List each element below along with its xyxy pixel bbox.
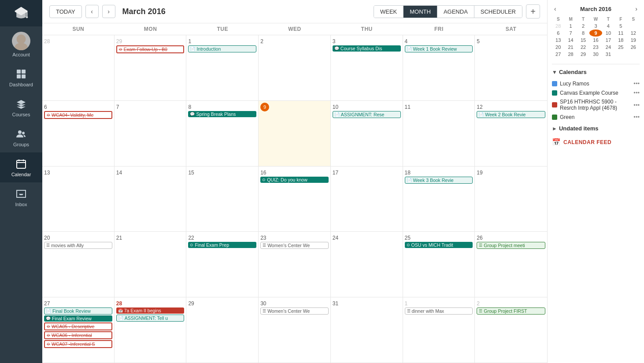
sidebar-item-dashboard[interactable]: Dashboard	[0, 63, 42, 93]
day-cell[interactable]: 10 📄ASSIGNMENT: Rese	[331, 101, 403, 166]
day-cell[interactable]: 25 ⊙OSU vs MICH Tradit	[403, 232, 475, 297]
mini-day[interactable]: 5	[614, 22, 627, 30]
day-cell[interactable]: 1 📄Introduction	[186, 35, 259, 100]
mini-day[interactable]: 13	[552, 37, 564, 44]
mini-day[interactable]	[627, 22, 640, 30]
day-cell[interactable]: 28	[42, 35, 115, 100]
mini-day[interactable]: 19	[627, 37, 640, 44]
mini-day[interactable]: 12	[627, 30, 640, 37]
mini-day[interactable]	[602, 58, 614, 59]
event-item[interactable]: ☰Women's Center We	[260, 307, 329, 315]
day-cell[interactable]: 21	[115, 232, 187, 297]
day-cell[interactable]: 19	[475, 167, 547, 232]
mini-day-today[interactable]: 9	[589, 30, 602, 37]
day-cell[interactable]: 29 ⊙Exam Follow-Up - B0	[115, 35, 187, 100]
next-button[interactable]: ›	[102, 5, 115, 18]
mini-day[interactable]	[552, 58, 564, 59]
event-item[interactable]: ☰Women's Center We	[260, 242, 329, 249]
mini-day[interactable]	[564, 58, 577, 59]
day-cell[interactable]: 16 ⊙QUIZ: Do you know	[259, 167, 331, 232]
mini-day[interactable]: 28	[564, 51, 577, 58]
mini-day[interactable]: 28	[552, 22, 564, 30]
mini-day[interactable]	[614, 58, 627, 59]
day-cell[interactable]: 6 ⊙WCA04- Validity, Me	[42, 101, 115, 166]
day-cell[interactable]: 18 📄Week 3 Book Revie	[403, 167, 475, 232]
prev-button[interactable]: ‹	[85, 5, 99, 18]
day-cell[interactable]: 2	[259, 35, 331, 100]
day-cell[interactable]: 31	[331, 297, 403, 363]
day-cell[interactable]: 28 📅7a Exam II begins 📄ASSIGNMENT: Tell …	[115, 297, 187, 363]
event-item[interactable]: ⊙QUIZ: Do you know	[260, 177, 329, 183]
sidebar-item-groups[interactable]: Groups	[0, 122, 42, 152]
mini-day[interactable]	[589, 58, 602, 59]
event-item[interactable]: ⊙WCA06 - Inferential	[44, 331, 112, 339]
day-cell-today[interactable]: 9	[259, 101, 331, 166]
event-item[interactable]: ⊙Exam Follow-Up - B0	[116, 45, 185, 53]
mini-day[interactable]: 8	[577, 30, 589, 37]
calendar-menu-button[interactable]: •••	[633, 80, 640, 87]
mini-day[interactable]: 22	[577, 44, 589, 51]
event-item[interactable]: ⊙Final Exam Prep	[188, 242, 256, 248]
mini-day[interactable]: 31	[602, 51, 614, 58]
day-cell[interactable]: 5	[475, 35, 547, 100]
day-cell[interactable]: 20 ☰movies with Ally	[42, 232, 115, 297]
event-item[interactable]: 📄Week 1 Book Review	[405, 45, 473, 52]
day-cell[interactable]: 1 ☰dinner with Max	[403, 297, 475, 363]
calendar-feed-link[interactable]: 📅 CALENDAR FEED	[552, 138, 640, 146]
add-event-button[interactable]: +	[526, 4, 540, 19]
event-item[interactable]: 📄Week 3 Book Revie	[405, 177, 473, 184]
day-cell[interactable]: 13	[42, 167, 115, 232]
day-cell[interactable]: 27 📄Final Book Review 💬Final Exam Review…	[42, 297, 115, 363]
day-cell[interactable]: 4 📄Week 1 Book Review	[403, 35, 475, 100]
event-item[interactable]: ⊙OSU vs MICH Tradit	[405, 242, 473, 248]
event-item[interactable]: ⊙WCA04- Validity, Me	[44, 111, 112, 119]
mini-day[interactable]: 6	[552, 30, 564, 37]
mini-day[interactable]: 17	[602, 37, 614, 44]
mini-day[interactable]: 18	[614, 37, 627, 44]
mini-day[interactable]: 15	[577, 37, 589, 44]
mini-day[interactable]	[627, 58, 640, 59]
day-cell[interactable]: 23 ☰Women's Center We	[259, 232, 331, 297]
event-item[interactable]: 📅7a Exam II begins	[116, 307, 185, 314]
mini-day[interactable]: 23	[589, 44, 602, 51]
mini-day[interactable]: 29	[577, 51, 589, 58]
mini-day[interactable]: 30	[589, 51, 602, 58]
day-cell[interactable]: 15	[186, 167, 259, 232]
day-cell[interactable]: 17	[331, 167, 403, 232]
calendar-menu-button[interactable]: •••	[633, 102, 640, 108]
mini-day[interactable]: 1	[564, 22, 577, 30]
sidebar-item-inbox[interactable]: Inbox	[0, 182, 42, 212]
day-cell[interactable]: 30 ☰Women's Center We	[259, 297, 331, 363]
sidebar-item-account[interactable]: Account	[0, 26, 42, 63]
mini-day[interactable]: 25	[614, 44, 627, 51]
today-button[interactable]: TODAY	[49, 5, 82, 18]
calendar-menu-button[interactable]: •••	[633, 89, 640, 96]
day-cell[interactable]: 8 💬Spring Break Plans	[186, 101, 259, 166]
view-week[interactable]: WEEK	[374, 6, 403, 18]
mini-day[interactable]: 10	[602, 30, 614, 37]
calendar-menu-button[interactable]: •••	[633, 114, 640, 120]
day-cell[interactable]: 3 💬Course Syllabus Dis	[331, 35, 403, 100]
event-item[interactable]: 💬Final Exam Review	[44, 315, 112, 322]
event-item[interactable]: 📄Week 2 Book Revie	[477, 111, 545, 118]
mini-day[interactable]: 11	[614, 30, 627, 37]
event-item[interactable]: ☰movies with Ally	[44, 242, 112, 249]
mini-next-button[interactable]: ›	[633, 4, 640, 13]
mini-day[interactable]: 14	[564, 37, 577, 44]
event-item[interactable]: ⊙WCA07 -Inferential S	[44, 340, 112, 348]
mini-day[interactable]	[614, 51, 627, 58]
mini-day[interactable]: 3	[589, 22, 602, 30]
day-cell[interactable]: 14	[115, 167, 187, 232]
event-item[interactable]: 📄Final Book Review	[44, 307, 112, 315]
event-item[interactable]: 📄ASSIGNMENT: Rese	[333, 111, 401, 118]
view-scheduler[interactable]: SCHEDULER	[474, 6, 522, 18]
mini-day[interactable]: 27	[552, 51, 564, 58]
mini-day[interactable]	[577, 58, 589, 59]
event-item[interactable]: 💬Course Syllabus Dis	[333, 45, 401, 52]
mini-day[interactable]: 24	[602, 44, 614, 51]
event-item[interactable]: ⊙WCA05 - Descriptive	[44, 322, 112, 330]
event-item[interactable]: ☰dinner with Max	[405, 307, 473, 315]
event-item[interactable]: 📄Introduction	[188, 45, 256, 52]
day-cell[interactable]: 22 ⊙Final Exam Prep	[186, 232, 259, 297]
day-cell[interactable]: 7	[115, 101, 187, 166]
